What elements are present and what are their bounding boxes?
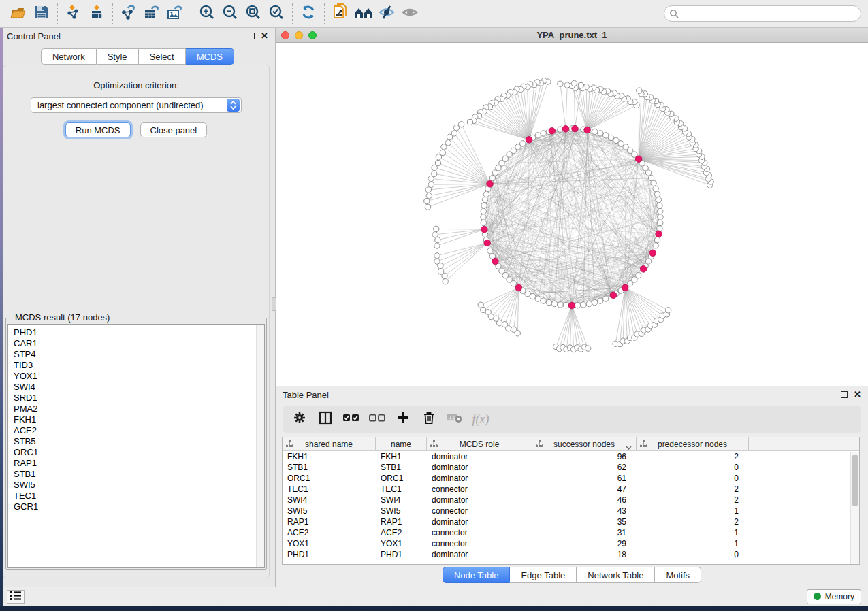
table-cell[interactable]: 2 bbox=[637, 484, 749, 495]
run-mcds-button[interactable]: Run MCDS bbox=[65, 122, 131, 137]
deselect-all-button[interactable] bbox=[366, 408, 389, 430]
table-cell[interactable]: ACE2 bbox=[376, 527, 427, 538]
tab-network-table[interactable]: Network Table bbox=[577, 567, 655, 583]
table-cell[interactable]: TEC1 bbox=[283, 484, 376, 495]
table-cell[interactable]: TEC1 bbox=[376, 484, 427, 495]
table-cell[interactable]: dominator bbox=[427, 495, 532, 506]
zoom-in-button[interactable] bbox=[195, 3, 219, 24]
import-table-button[interactable] bbox=[85, 3, 108, 24]
table-cell[interactable]: dominator bbox=[427, 473, 532, 484]
export-network-button[interactable] bbox=[117, 3, 140, 24]
mcds-result-item[interactable]: STB5 bbox=[14, 436, 264, 447]
table-cell[interactable]: 0 bbox=[637, 473, 749, 484]
mcds-result-item[interactable]: SWI4 bbox=[14, 382, 264, 393]
table-row[interactable]: FKH1FKH1dominator962 bbox=[283, 451, 859, 462]
table-row[interactable]: PHD1PHD1dominator180 bbox=[283, 549, 859, 560]
table-cell[interactable]: SWI5 bbox=[376, 506, 427, 516]
close-panel-icon[interactable]: ✕ bbox=[261, 33, 268, 39]
table-row[interactable]: RAP1RAP1dominator352 bbox=[283, 516, 859, 527]
zoom-out-button[interactable] bbox=[219, 3, 242, 24]
table-cell[interactable]: 96 bbox=[532, 451, 637, 462]
mcds-result-item[interactable]: PMA2 bbox=[14, 403, 264, 414]
table-cell[interactable]: ORC1 bbox=[283, 473, 376, 484]
table-cell[interactable]: 18 bbox=[532, 549, 637, 560]
table-cell[interactable]: 2 bbox=[637, 495, 749, 506]
table-cell[interactable]: 29 bbox=[532, 538, 637, 549]
table-cell[interactable]: 47 bbox=[532, 484, 637, 495]
import-network-button[interactable] bbox=[62, 3, 85, 24]
table-row[interactable]: TEC1TEC1connector472 bbox=[283, 484, 859, 495]
table-cell[interactable]: connector bbox=[427, 538, 532, 549]
mcds-result-item[interactable]: RAP1 bbox=[14, 458, 264, 469]
table-settings-button[interactable] bbox=[288, 408, 311, 430]
column-header-shared-name[interactable]: shared name bbox=[283, 437, 376, 450]
column-header-predecessor-nodes[interactable]: predecessor nodes bbox=[637, 437, 749, 450]
table-cell[interactable]: 31 bbox=[532, 527, 637, 538]
table-cell[interactable]: 43 bbox=[532, 506, 637, 516]
splitter-handle[interactable] bbox=[272, 297, 276, 311]
table-cell[interactable]: dominator bbox=[427, 549, 532, 560]
table-row[interactable]: STB1STB1dominator620 bbox=[283, 462, 859, 473]
delete-table-button[interactable] bbox=[443, 408, 466, 430]
table-cell[interactable]: RAP1 bbox=[283, 516, 376, 527]
table-row[interactable]: YOX1YOX1connector291 bbox=[283, 538, 859, 549]
add-column-button[interactable] bbox=[391, 408, 415, 430]
table-cell[interactable]: YOX1 bbox=[283, 538, 376, 549]
mcds-result-item[interactable]: TID3 bbox=[14, 360, 264, 371]
table-cell[interactable]: SWI4 bbox=[283, 495, 376, 506]
column-header-successor-nodes[interactable]: successor nodes bbox=[532, 437, 637, 450]
save-session-button[interactable] bbox=[30, 3, 53, 24]
open-file-button[interactable] bbox=[7, 3, 30, 24]
function-builder-button[interactable]: f(x) bbox=[469, 408, 492, 430]
tab-node-table[interactable]: Node Table bbox=[443, 567, 511, 583]
mcds-result-item[interactable]: YOX1 bbox=[14, 371, 264, 382]
select-all-button[interactable] bbox=[340, 408, 363, 430]
hide-selected-button[interactable] bbox=[375, 3, 398, 24]
table-cell[interactable]: PHD1 bbox=[283, 549, 376, 560]
table-cell[interactable]: 1 bbox=[637, 527, 749, 538]
table-scrollbar-thumb[interactable] bbox=[852, 455, 858, 506]
float-panel-icon[interactable] bbox=[841, 391, 848, 398]
table-cell[interactable]: connector bbox=[427, 527, 532, 538]
network-graph[interactable] bbox=[276, 43, 865, 383]
table-cell[interactable]: 62 bbox=[532, 462, 637, 473]
table-cell[interactable]: SWI4 bbox=[376, 495, 427, 506]
table-cell[interactable]: SWI5 bbox=[283, 506, 376, 516]
column-header-MCDS-role[interactable]: MCDS role bbox=[427, 437, 532, 450]
show-columns-button[interactable] bbox=[314, 408, 337, 430]
table-row[interactable]: SWI4SWI4dominator462 bbox=[283, 495, 859, 506]
mcds-result-item[interactable]: GCR1 bbox=[14, 501, 264, 512]
table-cell[interactable]: YOX1 bbox=[376, 538, 427, 549]
mcds-list-scrollbar[interactable] bbox=[256, 325, 264, 567]
table-cell[interactable]: STB1 bbox=[376, 462, 427, 473]
close-panel-icon[interactable]: ✕ bbox=[854, 391, 861, 398]
table-cell[interactable]: FKH1 bbox=[376, 451, 427, 462]
tab-network[interactable]: Network bbox=[41, 48, 97, 65]
table-cell[interactable]: dominator bbox=[427, 451, 532, 462]
mcds-result-item[interactable]: SRD1 bbox=[14, 393, 264, 403]
table-row[interactable]: SWI5SWI5connector431 bbox=[283, 506, 859, 516]
tab-style[interactable]: Style bbox=[97, 48, 139, 65]
network-view[interactable] bbox=[276, 43, 868, 386]
table-cell[interactable]: 0 bbox=[637, 462, 749, 473]
show-all-button[interactable] bbox=[398, 3, 421, 24]
mcds-result-item[interactable]: PHD1 bbox=[14, 327, 264, 338]
mcds-result-item[interactable]: ORC1 bbox=[14, 447, 264, 458]
zoom-selected-button[interactable] bbox=[265, 3, 288, 24]
mcds-result-item[interactable]: TEC1 bbox=[14, 491, 264, 501]
delete-column-button[interactable] bbox=[417, 408, 440, 430]
table-cell[interactable]: 2 bbox=[637, 516, 749, 527]
table-cell[interactable]: PHD1 bbox=[376, 549, 427, 560]
mcds-result-item[interactable]: FKH1 bbox=[14, 414, 264, 425]
table-row[interactable]: ACE2ACE2connector311 bbox=[283, 527, 859, 538]
table-cell[interactable]: STB1 bbox=[283, 462, 376, 473]
mcds-result-item[interactable]: STB1 bbox=[14, 469, 264, 480]
table-scrollbar[interactable] bbox=[850, 452, 859, 564]
first-neighbors-button[interactable] bbox=[352, 3, 375, 24]
tab-motifs[interactable]: Motifs bbox=[655, 567, 701, 583]
table-cell[interactable]: 46 bbox=[532, 495, 637, 506]
table-cell[interactable]: ACE2 bbox=[283, 527, 376, 538]
table-cell[interactable]: 35 bbox=[532, 516, 637, 527]
refresh-button[interactable] bbox=[297, 3, 320, 24]
memory-button[interactable]: Memory bbox=[807, 589, 861, 604]
